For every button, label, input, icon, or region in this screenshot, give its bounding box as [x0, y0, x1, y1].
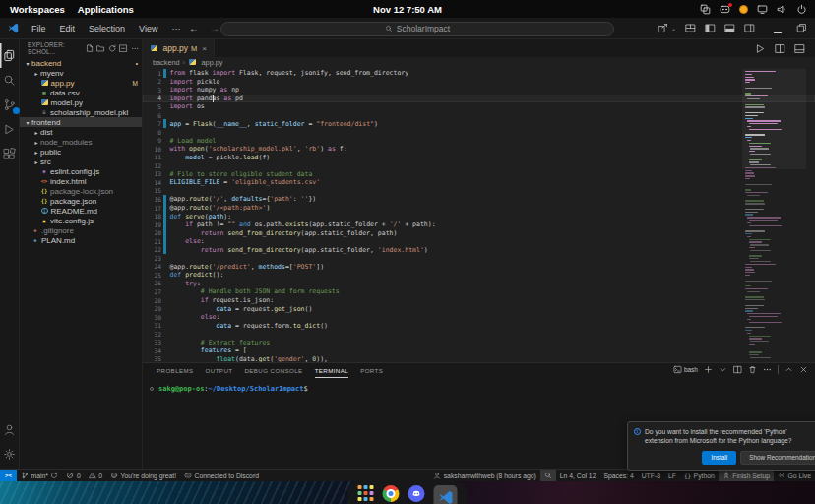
code-line[interactable]: 21 else:: [143, 237, 815, 246]
code-line[interactable]: 32: [143, 330, 815, 339]
tree-item-public[interactable]: ▸public: [20, 147, 142, 157]
discord-icon[interactable]: [408, 485, 425, 502]
status-git-blame[interactable]: sakshamwithweb (8 hours ago): [429, 470, 540, 481]
ellipsis-icon[interactable]: [763, 365, 772, 374]
code-line[interactable]: 8: [143, 128, 815, 137]
discord-tray-item[interactable]: [720, 4, 730, 15]
code-line[interactable]: 6: [143, 111, 815, 120]
code-line[interactable]: 9# Load model: [143, 136, 815, 145]
collapse-all-icon[interactable]: [119, 44, 128, 53]
close-icon[interactable]: [799, 365, 808, 374]
split-editor-icon[interactable]: [775, 43, 785, 54]
chrome-icon[interactable]: [383, 485, 400, 502]
tree-item-node-modules[interactable]: ▸node_modules: [20, 137, 142, 147]
code-line[interactable]: 31 data = request.form.to_dict(): [143, 321, 815, 330]
status-errors[interactable]: 0: [62, 470, 84, 481]
menu-view[interactable]: View: [132, 24, 164, 33]
code-line[interactable]: 35 float(data.get('gender', 0)),: [143, 355, 815, 362]
chevron-down-icon[interactable]: [719, 365, 727, 374]
command-center-search[interactable]: ScholarImpact: [220, 22, 614, 36]
chevron-up-icon[interactable]: [784, 365, 793, 374]
code-editor[interactable]: 1from flask import Flask, request, jsoni…: [143, 67, 815, 362]
new-file-icon[interactable]: [86, 44, 94, 53]
status-warnings[interactable]: 0: [85, 470, 106, 481]
panel-tab-terminal[interactable]: TERMINAL: [315, 363, 349, 378]
toggle-panel-icon[interactable]: [724, 23, 735, 33]
code-line[interactable]: 15: [143, 187, 815, 196]
code-line[interactable]: 26 try:: [143, 280, 815, 288]
split-editor-icon[interactable]: [733, 365, 742, 374]
refresh-icon[interactable]: [108, 44, 117, 53]
activity-source-control[interactable]: [0, 93, 20, 117]
status-finish-setup[interactable]: Finish Setup: [719, 470, 774, 481]
activity-account[interactable]: [0, 417, 20, 442]
ellipsis-icon[interactable]: [131, 44, 140, 53]
activity-search[interactable]: [0, 68, 20, 93]
code-line[interactable]: 13# File to store eligible student data: [143, 170, 815, 179]
gnome-menu-applications[interactable]: Applications: [78, 4, 134, 15]
activity-settings[interactable]: [0, 442, 20, 467]
tree-item-vite-config-js[interactable]: ▲vite.config.js: [20, 216, 142, 225]
code-line[interactable]: 27 # Handle both JSON and form requests: [143, 287, 815, 296]
code-line[interactable]: 18def serve(path):: [143, 212, 815, 220]
menu-selection[interactable]: Selection: [82, 24, 132, 33]
nav-back-button[interactable]: ←: [189, 23, 199, 33]
status-magnifier-button[interactable]: [540, 470, 556, 481]
status-go-live[interactable]: Go Live: [774, 470, 815, 481]
code-line[interactable]: 28 if request.is_json:: [143, 296, 815, 305]
panel-tab-debug-console[interactable]: DEBUG CONSOLE: [244, 363, 302, 378]
code-line[interactable]: 29 data = request.get_json(): [143, 304, 815, 313]
code-line[interactable]: 2import pickle: [143, 78, 815, 87]
status-discord-status[interactable]: Connected to Discord: [180, 470, 263, 481]
vscode-icon[interactable]: [434, 485, 458, 504]
status-git-branch[interactable]: main*: [17, 470, 62, 481]
panel-tab-ports[interactable]: PORTS: [360, 363, 383, 378]
code-line[interactable]: 3import numpy as np: [143, 86, 815, 94]
close-icon[interactable]: ×: [202, 44, 207, 53]
breadcrumb-item[interactable]: backend: [153, 58, 180, 67]
app-grid-icon[interactable]: [358, 485, 374, 501]
menu-edit[interactable]: Edit: [53, 24, 83, 33]
code-line[interactable]: 14ELIGIBLE_FILE = 'eligible_students.csv…: [143, 178, 815, 187]
code-line[interactable]: 24@app.route('/predict', methods=['POST'…: [143, 263, 815, 272]
run-icon[interactable]: [755, 43, 766, 54]
minimap[interactable]: [745, 71, 802, 362]
status-cursor-position[interactable]: Ln 4, Col 12: [556, 470, 600, 481]
customize-layout-icon[interactable]: [685, 23, 696, 33]
code-line[interactable]: 4import pandas as pd: [143, 94, 815, 103]
minimize-button[interactable]: [774, 20, 782, 37]
status-eol[interactable]: LF: [664, 470, 680, 481]
tree-item-readme-md[interactable]: iREADME.md: [20, 206, 142, 216]
trash-icon[interactable]: [748, 365, 757, 374]
minimap-slider[interactable]: [742, 69, 806, 169]
tree-item-scholarship-model-pkl[interactable]: ≡scholarship_model.pkl: [20, 107, 142, 117]
power-icon[interactable]: [796, 4, 807, 15]
code-line[interactable]: 16@app.route('/', defaults={'path': ''}): [143, 195, 815, 204]
app-update-icon[interactable]: [739, 5, 748, 14]
tree-item--gitignore[interactable]: ◆.gitignore: [20, 225, 142, 235]
tree-item-backend[interactable]: ▾backend•: [20, 58, 142, 68]
status-remote-indicator[interactable]: ><: [0, 470, 17, 481]
tree-item-dist[interactable]: ▸dist: [20, 127, 142, 137]
tree-item-package-lock-json[interactable]: {}package-lock.json: [20, 186, 142, 196]
tree-item-frontend[interactable]: ▾frontend: [20, 117, 142, 127]
chevron-down-icon[interactable]: ⌄: [671, 25, 676, 32]
new-folder-icon[interactable]: [96, 44, 105, 53]
gnome-menu-workspaces[interactable]: Workspaces: [10, 4, 65, 15]
code-line[interactable]: 5import os: [143, 102, 815, 111]
code-line[interactable]: 22 return send_from_directory(app.static…: [143, 245, 815, 254]
editor-layout-icon[interactable]: [794, 43, 805, 54]
nav-forward-button[interactable]: →: [210, 23, 219, 33]
command-decoration-icon[interactable]: [150, 387, 154, 391]
activity-explorer[interactable]: [0, 43, 20, 68]
status-motivation[interactable]: You're doing great!: [106, 470, 180, 481]
menu-file[interactable]: File: [25, 24, 53, 33]
tree-item-myenv[interactable]: ▸myenv: [20, 68, 142, 78]
screen-share-icon[interactable]: [700, 4, 711, 15]
code-line[interactable]: 17@app.route('/<path:path>'): [143, 204, 815, 213]
panel-tab-problems[interactable]: PROBLEMS: [157, 363, 194, 378]
tree-item-index-html[interactable]: <>index.html: [20, 176, 142, 186]
code-line[interactable]: 1from flask import Flask, request, jsoni…: [143, 69, 815, 78]
volume-icon[interactable]: [777, 4, 787, 15]
status-language-mode[interactable]: {}Python: [680, 470, 719, 481]
